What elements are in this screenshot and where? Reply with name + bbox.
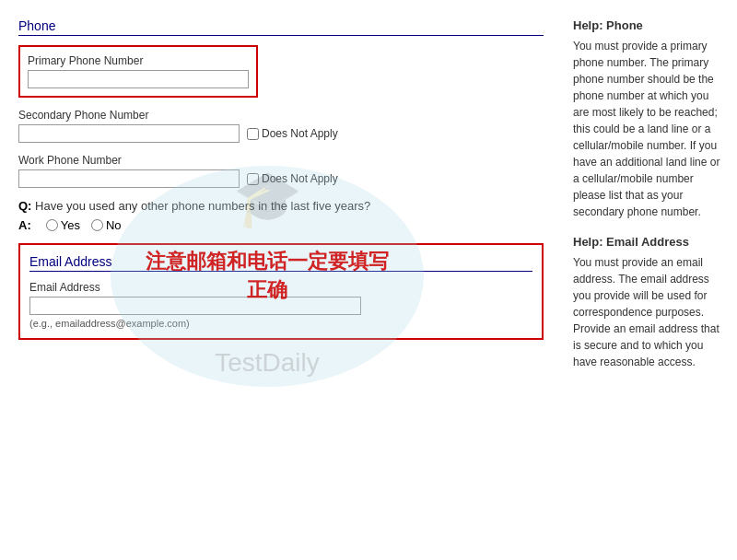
email-section-header: Email Address (29, 254, 532, 272)
other-numbers-question: Q: Have you used any other phone numbers… (18, 199, 544, 213)
secondary-phone-group: Secondary Phone Number Does Not Apply (18, 109, 544, 143)
help-email-title: Help: Email Address (573, 235, 726, 249)
primary-phone-input[interactable] (28, 70, 249, 88)
phone-section-header: Phone (18, 18, 544, 36)
email-input[interactable] (29, 297, 361, 315)
watermark-english-text: TestDaily (215, 348, 320, 378)
help-email-text: You must provide an email address. The e… (573, 254, 726, 370)
primary-phone-label: Primary Phone Number (28, 54, 249, 67)
help-phone-text: You must provide a primary phone number.… (573, 38, 726, 220)
work-does-not-apply-checkbox[interactable] (247, 173, 259, 185)
radio-no-label[interactable]: No (91, 218, 122, 232)
question-q-label: Q: (18, 199, 31, 213)
question-text: Have you used any other phone numbers in… (35, 199, 370, 213)
help-phone-title: Help: Phone (573, 18, 726, 32)
secondary-phone-label: Secondary Phone Number (18, 109, 544, 122)
work-phone-group: Work Phone Number Does Not Apply (18, 154, 544, 188)
email-label: Email Address (29, 281, 532, 294)
answer-a-label: A: (18, 218, 31, 232)
secondary-phone-input[interactable] (18, 124, 240, 143)
help-panel: Help: Phone You must provide a primary p… (562, 9, 737, 551)
secondary-does-not-apply-checkbox[interactable] (247, 128, 259, 140)
work-does-not-apply-label[interactable]: Does Not Apply (247, 172, 338, 185)
radio-yes-input[interactable] (46, 219, 58, 231)
main-content: 🎓 注意邮箱和电话一定要填写正确 TestDaily Phone Primary… (0, 9, 562, 551)
primary-phone-highlight-box: Primary Phone Number (18, 45, 258, 98)
radio-yes-label[interactable]: Yes (46, 218, 80, 232)
secondary-does-not-apply-label[interactable]: Does Not Apply (247, 127, 338, 140)
work-phone-input[interactable] (18, 169, 240, 188)
other-numbers-answer: A: Yes No (18, 218, 544, 232)
email-section: Email Address Email Address (e.g., email… (18, 243, 544, 340)
work-phone-label: Work Phone Number (18, 154, 544, 167)
other-numbers-qa: Q: Have you used any other phone numbers… (18, 199, 544, 232)
email-hint: (e.g., emailaddress@example.com) (29, 318, 532, 329)
radio-no-input[interactable] (91, 219, 103, 231)
phone-section: Phone Primary Phone Number Secondary Pho… (18, 18, 544, 232)
